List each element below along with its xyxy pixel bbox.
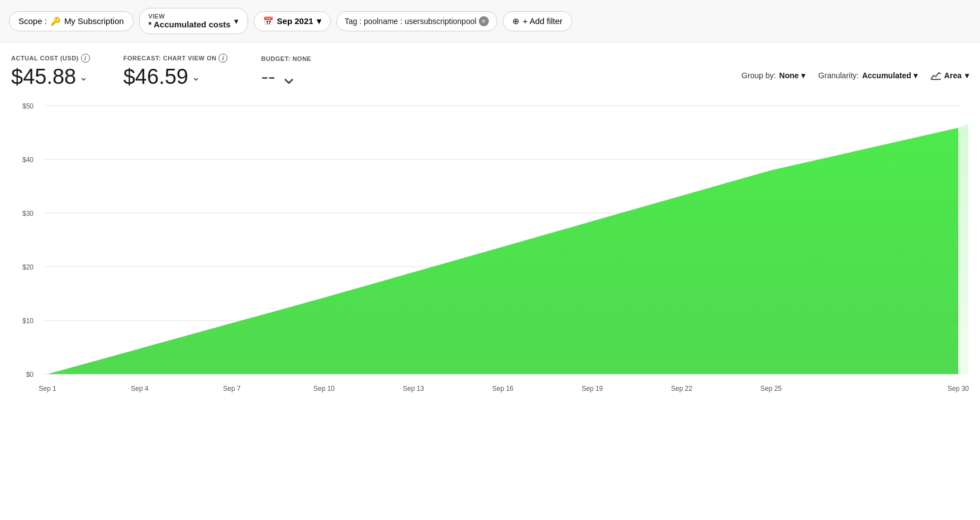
tag-value-label: usersubscriptionpool bbox=[405, 17, 476, 26]
scope-icon: 🔑 bbox=[50, 16, 61, 26]
add-filter-button[interactable]: ⊕ + Add filter bbox=[503, 11, 572, 31]
calendar-icon: 📅 bbox=[263, 16, 274, 26]
tag-remove-button[interactable]: × bbox=[479, 16, 489, 26]
tag-label: Tag : poolname : bbox=[345, 17, 403, 26]
actual-cost-block: ACTUAL COST (USD) i $45.88 ⌄ bbox=[11, 54, 90, 89]
y-label-20: $20 bbox=[22, 263, 34, 271]
granularity-control: Granularity: Accumulated ▾ bbox=[819, 71, 917, 80]
budget-block: BUDGET: NONE -- ⌄ bbox=[261, 55, 311, 89]
scope-prefix-label: Scope : bbox=[18, 16, 47, 26]
toolbar: Scope : 🔑 My Subscription VIEW * Accumul… bbox=[0, 0, 980, 42]
chart-type-selector[interactable]: Area ▾ bbox=[931, 70, 969, 80]
date-picker-button[interactable]: 📅 Sep 2021 ▾ bbox=[254, 11, 331, 31]
date-chevron-icon: ▾ bbox=[317, 16, 321, 26]
svg-rect-0 bbox=[931, 79, 941, 80]
x-label-sep19: Sep 19 bbox=[582, 385, 603, 393]
forecast-label: FORECAST: CHART VIEW ON bbox=[123, 55, 217, 62]
budget-caret-icon[interactable]: ⌄ bbox=[280, 64, 298, 89]
granularity-selector[interactable]: Accumulated ▾ bbox=[862, 71, 917, 80]
view-value-label: * Accumulated costs bbox=[149, 20, 231, 29]
x-label-sep16: Sep 16 bbox=[492, 385, 513, 393]
chart-type-icon bbox=[931, 70, 941, 80]
forecast-caret-icon[interactable]: ⌄ bbox=[192, 71, 200, 83]
view-label: VIEW bbox=[149, 13, 231, 20]
x-label-sep13: Sep 13 bbox=[403, 385, 424, 393]
actual-cost-label: ACTUAL COST (USD) bbox=[11, 55, 79, 62]
granularity-value-label: Accumulated bbox=[862, 71, 911, 80]
y-label-0: $0 bbox=[26, 371, 34, 379]
granularity-label: Granularity: bbox=[819, 71, 859, 80]
budget-label: BUDGET: NONE bbox=[261, 55, 311, 62]
view-chevron-icon: ▾ bbox=[234, 16, 239, 26]
actual-cost-value: $45.88 bbox=[11, 65, 76, 89]
cost-chart: $50 $40 $30 $20 $10 $0 Sep 1 Sep 4 Sep 7… bbox=[11, 94, 969, 424]
x-label-sep30: Sep 30 bbox=[948, 385, 969, 393]
group-by-control: Group by: None ▾ bbox=[741, 71, 805, 80]
group-by-value-label: None bbox=[779, 71, 799, 80]
add-filter-icon: ⊕ bbox=[512, 16, 520, 26]
view-selector[interactable]: VIEW * Accumulated costs ▾ bbox=[139, 8, 248, 34]
x-label-sep7: Sep 7 bbox=[223, 385, 241, 393]
add-filter-label: + Add filter bbox=[523, 16, 563, 26]
x-label-sep1: Sep 1 bbox=[39, 385, 56, 393]
actual-cost-info-icon[interactable]: i bbox=[81, 54, 90, 63]
budget-value: -- bbox=[261, 65, 275, 89]
x-label-sep25: Sep 25 bbox=[760, 385, 782, 393]
y-label-40: $40 bbox=[22, 156, 34, 164]
forecast-info-icon[interactable]: i bbox=[218, 54, 227, 63]
y-label-50: $50 bbox=[22, 102, 34, 110]
y-label-30: $30 bbox=[22, 210, 34, 218]
scope-value-label: My Subscription bbox=[64, 16, 124, 26]
scope-button[interactable]: Scope : 🔑 My Subscription bbox=[9, 11, 134, 31]
forecast-block: FORECAST: CHART VIEW ON i $46.59 ⌄ bbox=[123, 54, 228, 89]
y-label-10: $10 bbox=[22, 317, 34, 325]
date-value-label: Sep 2021 bbox=[277, 16, 313, 26]
chart-type-chevron-icon: ▾ bbox=[965, 71, 969, 80]
group-by-chevron-icon: ▾ bbox=[801, 71, 805, 80]
tag-filter: Tag : poolname : usersubscriptionpool × bbox=[336, 11, 497, 31]
chart-type-value-label: Area bbox=[944, 71, 962, 80]
cost-area bbox=[47, 128, 958, 374]
forecast-area bbox=[958, 124, 968, 374]
x-label-sep22: Sep 22 bbox=[671, 385, 692, 393]
group-by-label: Group by: bbox=[741, 71, 776, 80]
x-label-sep10: Sep 10 bbox=[313, 385, 335, 393]
granularity-chevron-icon: ▾ bbox=[914, 71, 917, 80]
group-by-selector[interactable]: None ▾ bbox=[779, 71, 805, 80]
x-label-sep4: Sep 4 bbox=[131, 385, 149, 393]
forecast-value: $46.59 bbox=[123, 65, 188, 89]
actual-cost-caret-icon[interactable]: ⌄ bbox=[79, 71, 88, 83]
